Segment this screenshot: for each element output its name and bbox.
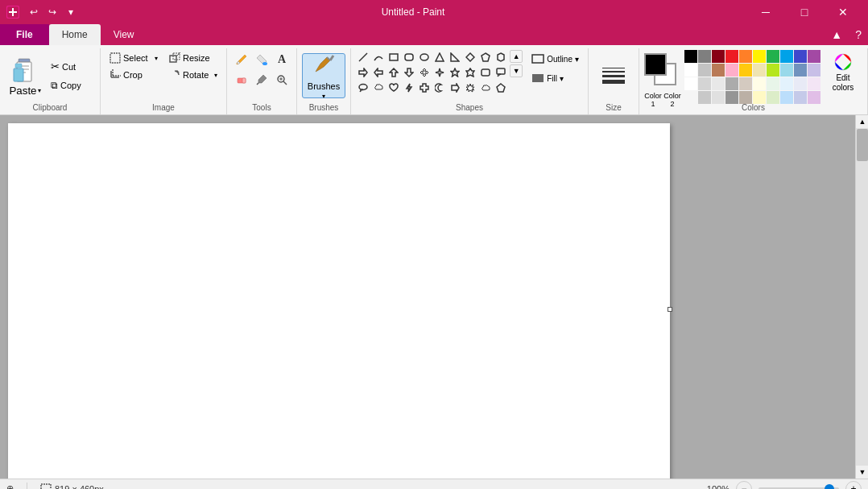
shape-right-triangle[interactable]	[448, 50, 462, 64]
copy-button[interactable]: ⧉ Copy	[47, 77, 95, 94]
brushes-button[interactable]: Brushes ▾	[302, 53, 345, 98]
tab-home[interactable]: Home	[49, 24, 101, 45]
palette-color[interactable]	[808, 91, 820, 104]
shape-lightning[interactable]	[402, 81, 416, 95]
palette-color[interactable]	[698, 50, 711, 63]
palette-color[interactable]	[725, 64, 738, 77]
shapes-scroll-up[interactable]: ▲	[510, 50, 523, 63]
shape-curve[interactable]	[371, 50, 386, 64]
palette-color[interactable]	[739, 91, 752, 104]
rotate-button[interactable]: Rotate ▾	[165, 67, 221, 83]
select-button[interactable]: Select ▾	[105, 50, 162, 66]
palette-color[interactable]	[753, 64, 766, 77]
shape-heart[interactable]	[386, 81, 401, 95]
scroll-track-v[interactable]	[856, 128, 868, 466]
palette-color[interactable]	[725, 91, 738, 104]
palette-color[interactable]	[698, 64, 711, 77]
palette-color[interactable]	[712, 77, 725, 90]
shape-cloud-callout[interactable]	[371, 81, 386, 95]
edit-colors-button[interactable]: Editcolors	[824, 50, 862, 95]
redo-button[interactable]: ↪	[44, 4, 60, 20]
eraser-tool[interactable]	[232, 70, 251, 89]
shape-triangle[interactable]	[432, 50, 447, 64]
palette-color[interactable]	[808, 64, 820, 77]
shape-hexagon[interactable]	[494, 50, 508, 64]
palette-color[interactable]	[725, 77, 738, 90]
palette-color[interactable]	[739, 77, 752, 90]
shape-crescent[interactable]	[432, 81, 447, 95]
color1-box[interactable]	[644, 53, 667, 76]
zoom-tool[interactable]	[272, 70, 291, 89]
canvas-scroll-area[interactable]	[0, 115, 855, 479]
palette-color[interactable]	[767, 50, 779, 63]
palette-color[interactable]	[725, 50, 738, 63]
shape-explosion[interactable]	[463, 81, 477, 95]
palette-color[interactable]	[767, 77, 779, 90]
drawing-canvas[interactable]	[8, 123, 670, 479]
shape-rounded-rect2[interactable]	[478, 65, 493, 80]
shape-cloud[interactable]	[478, 81, 493, 95]
resize-button[interactable]: Resize	[165, 50, 221, 66]
zoom-in-button[interactable]: +	[845, 481, 862, 490]
palette-color[interactable]	[780, 91, 793, 104]
fill-tool[interactable]	[252, 50, 271, 69]
undo-button[interactable]: ↩	[26, 4, 42, 20]
zoom-thumb[interactable]	[825, 484, 834, 490]
outline-button[interactable]: Outline ▾	[527, 50, 582, 68]
palette-color[interactable]	[767, 91, 779, 104]
palette-color[interactable]	[712, 64, 725, 77]
shape-diamond[interactable]	[463, 50, 477, 64]
color-picker-tool[interactable]	[252, 70, 271, 89]
vertical-scrollbar[interactable]: ▲ ▼	[855, 115, 868, 479]
palette-color[interactable]	[780, 50, 793, 63]
palette-color[interactable]	[753, 91, 766, 104]
palette-color[interactable]	[808, 50, 820, 63]
shape-callout[interactable]	[494, 65, 508, 80]
palette-color[interactable]	[794, 64, 807, 77]
palette-color[interactable]	[808, 77, 820, 90]
palette-color[interactable]	[712, 91, 725, 104]
size-button[interactable]	[593, 53, 634, 98]
shape-blocked-arrow[interactable]	[448, 81, 462, 95]
palette-color[interactable]	[712, 50, 725, 63]
scroll-thumb-v[interactable]	[857, 129, 868, 161]
shape-rounded-rect[interactable]	[402, 50, 416, 64]
shape-line[interactable]	[356, 50, 370, 64]
palette-color[interactable]	[739, 50, 752, 63]
palette-color[interactable]	[780, 77, 793, 90]
close-button[interactable]: ✕	[825, 0, 862, 24]
zoom-out-button[interactable]: −	[736, 481, 752, 490]
shape-star5[interactable]	[448, 65, 462, 80]
text-tool[interactable]: A	[272, 50, 291, 69]
shape-oval-callout[interactable]	[356, 81, 370, 95]
palette-color[interactable]	[684, 50, 697, 63]
ribbon-collapse-button[interactable]: ▲	[825, 24, 849, 45]
shape-ellipse[interactable]	[417, 50, 432, 64]
palette-color[interactable]	[739, 64, 752, 77]
maximize-button[interactable]: □	[786, 0, 823, 24]
shapes-scroll-down[interactable]: ▼	[510, 64, 523, 77]
shape-arrow-up[interactable]	[386, 65, 401, 80]
shape-pentagon2[interactable]	[494, 81, 508, 95]
handle-right-mid[interactable]	[668, 307, 672, 312]
cut-button[interactable]: ✂ Cut	[47, 58, 95, 76]
palette-color[interactable]	[698, 77, 711, 90]
palette-color[interactable]	[780, 64, 793, 77]
shape-pentagon[interactable]	[478, 50, 493, 64]
palette-color[interactable]	[684, 77, 697, 90]
quick-access-dropdown[interactable]: ▾	[63, 4, 79, 20]
shape-4arrow[interactable]	[417, 65, 432, 80]
scroll-down-button[interactable]: ▼	[856, 466, 868, 479]
palette-color[interactable]	[794, 91, 807, 104]
crop-button[interactable]: Crop	[105, 67, 162, 83]
palette-color[interactable]	[794, 50, 807, 63]
tab-file[interactable]: File	[0, 24, 49, 45]
tab-view[interactable]: View	[101, 24, 147, 45]
palette-color[interactable]	[684, 91, 697, 104]
shape-arrow-right[interactable]	[356, 65, 370, 80]
palette-color[interactable]	[684, 64, 697, 77]
minimize-button[interactable]: ─	[747, 0, 784, 24]
pencil-tool[interactable]	[232, 50, 251, 69]
shape-arrow-down[interactable]	[402, 65, 416, 80]
palette-color[interactable]	[767, 64, 779, 77]
